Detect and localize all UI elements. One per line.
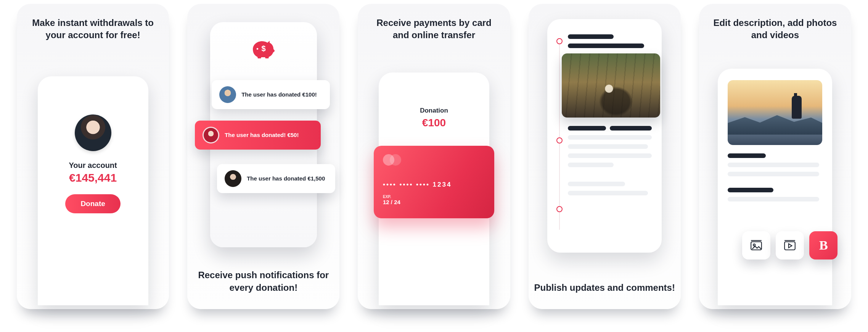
text-placeholder <box>568 126 606 131</box>
text-placeholder-light <box>568 153 652 158</box>
timeline-line <box>559 40 560 230</box>
text-placeholder <box>728 153 766 158</box>
phone-mock-timeline <box>547 19 662 253</box>
text-placeholder-light <box>568 191 648 195</box>
text-placeholder <box>728 188 773 192</box>
text-placeholder-light <box>568 163 614 167</box>
card-exp-label: EXP. <box>383 195 485 199</box>
panel-heading: Edit description, add photos and videos <box>710 17 841 42</box>
donation-amount: €100 <box>422 117 446 129</box>
text-placeholder-light <box>728 163 819 167</box>
phone-mock-editor: B <box>718 69 832 305</box>
text-placeholder <box>610 126 652 131</box>
panel-heading: Receive payments by card and online tran… <box>368 17 499 42</box>
bold-button[interactable]: B <box>809 231 837 259</box>
feature-panel-edit: Edit description, add photos and videos <box>699 4 851 309</box>
donate-button[interactable]: Donate <box>65 194 120 213</box>
feature-panel-notifications: $ The user has donated €100! The user ha… <box>187 4 339 309</box>
add-image-button[interactable] <box>742 231 770 259</box>
account-balance: €145,441 <box>69 171 117 184</box>
svg-point-0 <box>256 48 258 50</box>
credit-card[interactable]: •••• •••• •••• 1234 EXP. 12 / 24 <box>374 146 494 218</box>
panel-heading: Make instant withdrawals to your account… <box>27 17 158 42</box>
text-placeholder-light <box>728 197 819 201</box>
notification-text: The user has donated €1,500 <box>247 175 325 182</box>
notification-card[interactable]: The user has donated €100! <box>212 80 330 109</box>
notification-avatar <box>219 86 236 103</box>
card-number: •••• •••• •••• 1234 <box>383 181 485 189</box>
image-icon <box>750 239 763 252</box>
mastercard-icon <box>383 154 485 166</box>
donation-label: Donation <box>420 107 448 114</box>
panel-heading: Publish updates and comments! <box>529 282 681 294</box>
timeline-dot <box>556 137 563 143</box>
editor-photo <box>728 80 822 145</box>
svg-rect-4 <box>785 242 796 250</box>
notification-avatar <box>203 127 219 143</box>
bold-icon: B <box>819 238 828 253</box>
phone-mock-payment: Donation €100 •••• •••• •••• 1234 EXP. 1… <box>379 73 489 305</box>
notification-text: The user has donated €100! <box>241 91 317 98</box>
timeline-dot <box>556 38 563 44</box>
piggy-bank-icon: $ <box>251 37 276 59</box>
phone-mock-account: Your account €145,441 Donate <box>38 76 148 305</box>
notification-card[interactable]: The user has donated €1,500 <box>217 164 335 193</box>
notification-card-highlighted[interactable]: The user has donated! €50! <box>195 121 321 150</box>
svg-text:$: $ <box>261 44 265 53</box>
panel-heading: Receive push notifications for every don… <box>187 269 339 294</box>
update-photo <box>562 53 660 118</box>
editor-toolbar: B <box>742 231 837 259</box>
text-placeholder-light <box>728 172 819 176</box>
card-exp-value: 12 / 24 <box>383 199 485 205</box>
user-avatar <box>75 114 111 151</box>
svg-point-3 <box>754 244 755 246</box>
feature-panel-withdrawals: Make instant withdrawals to your account… <box>17 4 169 309</box>
account-label: Your account <box>69 161 117 170</box>
text-placeholder <box>568 34 614 39</box>
video-icon <box>783 239 796 252</box>
text-placeholder <box>568 44 644 48</box>
text-placeholder-light <box>568 135 652 140</box>
text-placeholder-light <box>568 144 648 149</box>
feature-panel-updates: Publish updates and comments! <box>529 4 681 309</box>
notification-avatar <box>225 170 241 187</box>
timeline-dot <box>556 206 563 212</box>
text-placeholder-light <box>568 182 625 186</box>
add-video-button[interactable] <box>776 231 804 259</box>
notification-text: The user has donated! €50! <box>225 131 299 139</box>
feature-panel-payments: Receive payments by card and online tran… <box>358 4 510 309</box>
